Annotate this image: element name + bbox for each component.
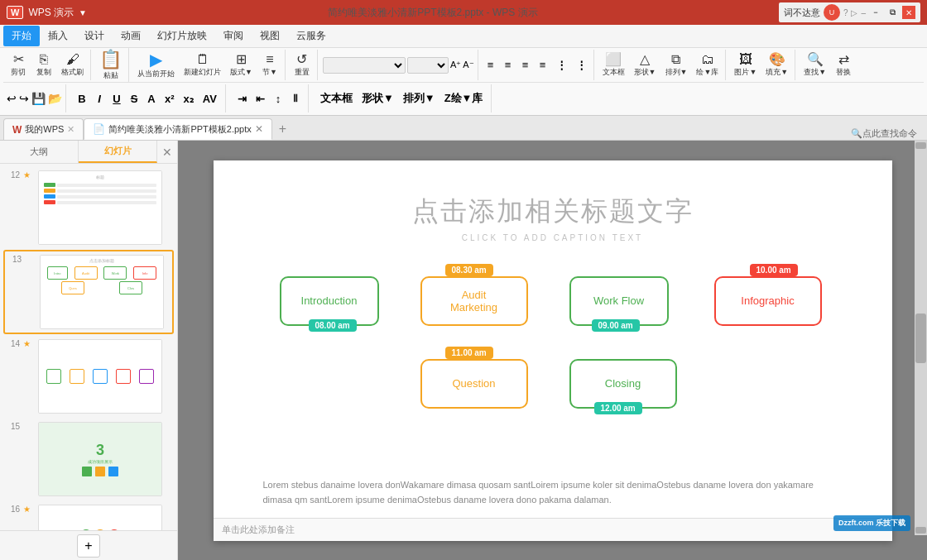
font-color-btn[interactable]: A xyxy=(144,91,159,107)
fill-btn[interactable]: 🎨 填充▼ xyxy=(762,51,791,79)
align-justify-btn[interactable]: ≡ xyxy=(536,57,550,73)
menu-animation[interactable]: 动画 xyxy=(113,26,149,46)
menu-start[interactable]: 开始 xyxy=(3,26,40,46)
redo-btn[interactable]: ↪ xyxy=(19,92,29,105)
slide-item-16[interactable]: 16 ★ xyxy=(3,501,174,530)
menu-cloud[interactable]: 云服务 xyxy=(288,26,334,46)
menu-insert[interactable]: 插入 xyxy=(40,26,76,46)
superscript-btn[interactable]: x² xyxy=(161,91,178,107)
tab-file-close-btn[interactable]: ✕ xyxy=(255,123,263,135)
slide-area: 点击添加相关标题文字 CLICK TO ADD CAPTION TEXT Int… xyxy=(178,141,927,560)
format-painter-btn[interactable]: 🖌 格式刷 xyxy=(58,51,87,79)
reset-btn[interactable]: ↺ 重置 xyxy=(291,51,314,79)
replace-btn[interactable]: ⇄ 替换 xyxy=(832,51,855,79)
tab-mywps[interactable]: W 我的WPS ✕ xyxy=(3,118,84,140)
decrease-indent-btn[interactable]: ⇤ xyxy=(252,91,268,107)
vertical-scrollbar[interactable] xyxy=(915,141,927,535)
arrange-btn[interactable]: ⧉ 排列▼ xyxy=(662,51,691,79)
closing-time-tag: 12.00 am xyxy=(594,402,642,414)
copy-btn[interactable]: ⎘ 复制 xyxy=(32,51,55,79)
text-box2-btn[interactable]: 文本框 xyxy=(317,89,356,108)
bullets-btn[interactable]: ⋮ xyxy=(573,57,590,73)
strikethrough-btn[interactable]: S xyxy=(127,91,142,107)
arrange2-btn[interactable]: 排列▼ xyxy=(400,89,439,108)
question-box[interactable]: Question xyxy=(420,359,528,409)
font-size-increase-btn[interactable]: A⁺ xyxy=(450,60,461,70)
image-btn[interactable]: 🖼 图片▼ xyxy=(731,51,760,79)
tab-bar: W 我的WPS ✕ 📄 简约唯美淡雅小清新PPT模板2.pptx ✕ + 🔍 点… xyxy=(0,116,927,141)
menu-view[interactable]: 视图 xyxy=(252,26,288,46)
layout-btn[interactable]: ⊞ 版式▼ xyxy=(227,51,256,79)
gallery-btn[interactable]: 🗂 绘▼库 xyxy=(693,51,722,79)
shapes-btn[interactable]: △ 形状▼ xyxy=(631,51,660,79)
slide-description: Lorem stebus danaime lovera donWakamare … xyxy=(263,478,843,507)
align-center-btn[interactable]: ≡ xyxy=(501,57,516,73)
slide-thumb-15: 3 成功项目展示 xyxy=(38,422,162,496)
scissors-label: 剪切 xyxy=(11,67,26,78)
closing-box[interactable]: Closing xyxy=(569,359,677,409)
sidebar-tab-outline[interactable]: 大纲 xyxy=(0,141,79,163)
align-left-btn[interactable]: ≡ xyxy=(483,57,498,73)
ribbon-row1: ✂ 剪切 ⎘ 复制 🖌 格式刷 📋 粘贴 ▶ 从当前开始 🗒 xyxy=(3,50,924,83)
restore-button[interactable]: ⧉ xyxy=(886,6,899,19)
undo-btn[interactable]: ↩ xyxy=(7,92,17,105)
textbox-btn[interactable]: ⬜ 文本框 xyxy=(599,51,628,79)
intro-box[interactable]: Introduction xyxy=(280,276,379,326)
audit-box[interactable]: AuditMarketing xyxy=(420,276,528,326)
menu-design[interactable]: 设计 xyxy=(76,26,113,46)
add-tab-btn[interactable]: + xyxy=(272,118,293,140)
menu-review[interactable]: 审阅 xyxy=(215,26,252,46)
shape2-btn[interactable]: 形状▼ xyxy=(358,89,397,108)
save-btn[interactable]: 💾 xyxy=(31,92,46,105)
dropdown-arrow[interactable]: ▼ xyxy=(79,8,87,17)
infographic-time-tag: 10.00 am xyxy=(750,264,798,276)
slide-star-13: ★ xyxy=(25,255,36,264)
increase-indent-btn[interactable]: ⇥ xyxy=(234,91,250,107)
font-size-decrease-btn[interactable]: A⁻ xyxy=(463,60,473,70)
underline-btn[interactable]: U xyxy=(109,91,124,107)
italic-btn[interactable]: I xyxy=(92,91,107,107)
slide-item-14[interactable]: 14 ★ xyxy=(3,336,174,417)
start-slideshow-btn[interactable]: ▶ 从当前开始 xyxy=(134,50,178,81)
bold-btn[interactable]: B xyxy=(74,91,89,107)
paste-btn[interactable]: 📋 粘贴 xyxy=(93,47,129,83)
draw2-btn[interactable]: Z绘▼库 xyxy=(441,89,487,108)
workflow-time-tag: 09.00 am xyxy=(592,319,640,332)
slide-title-sub[interactable]: CLICK TO ADD CAPTION TEXT xyxy=(214,233,892,242)
infographic-time-label: 10.00 am xyxy=(756,266,791,275)
slide-item-12[interactable]: 12 ★ 标题 xyxy=(3,167,174,248)
menu-slideshow[interactable]: 幻灯片放映 xyxy=(149,26,215,46)
user-button[interactable]: 词不达意 xyxy=(784,7,820,19)
slide-item-13[interactable]: 13 ★ 点击添加标题 Intro Audit Work Info Ques C… xyxy=(3,250,174,334)
minimize-button[interactable]: － xyxy=(869,6,882,19)
sidebar-tab-slides[interactable]: 幻灯片 xyxy=(79,141,157,163)
tab-search-placeholder[interactable]: 点此查找命令 xyxy=(862,127,917,140)
new-slide-btn[interactable]: 🗒 新建幻灯片 xyxy=(180,51,224,79)
subscript-btn[interactable]: x₂ xyxy=(180,91,197,107)
scissors-btn[interactable]: ✂ 剪切 xyxy=(7,51,30,79)
line-spacing-btn[interactable]: ↕ xyxy=(271,91,286,107)
workflow-box[interactable]: Work Flow xyxy=(569,276,669,326)
column-btn[interactable]: ⫴ xyxy=(288,90,303,107)
gallery-icon: 🗂 xyxy=(701,53,714,66)
new-slide-icon: 🗒 xyxy=(196,53,209,66)
find-btn[interactable]: 🔍 查找▼ xyxy=(800,51,829,79)
workflow-label: Work Flow xyxy=(593,294,644,307)
infographic-box[interactable]: Infographic xyxy=(714,276,822,326)
section-btn[interactable]: ≡ 节▼ xyxy=(258,51,281,79)
tab-file[interactable]: 📄 简约唯美淡雅小清新PPT模板2.pptx ✕ xyxy=(84,118,271,140)
font-size-select[interactable] xyxy=(407,57,449,74)
add-slide-btn[interactable]: + xyxy=(77,534,100,558)
align-right-btn[interactable]: ≡ xyxy=(518,57,533,73)
slide-item-15[interactable]: 15 ★ 3 成功项目展示 xyxy=(3,419,174,500)
char-spacing-btn[interactable]: AV xyxy=(199,91,220,107)
font-family-select[interactable] xyxy=(323,57,406,74)
undo-redo-group: ↩ ↪ 💾 📂 xyxy=(3,84,66,112)
slide-title-main[interactable]: 点击添加相关标题文字 xyxy=(214,194,892,230)
numbering-btn[interactable]: ⋮ xyxy=(553,57,570,73)
open-btn[interactable]: 📂 xyxy=(48,92,62,105)
slide-bottom-note[interactable]: 单击此处添加备注 xyxy=(214,518,892,541)
section-label: 节▼ xyxy=(262,67,277,78)
sidebar-close-btn[interactable]: ✕ xyxy=(157,141,177,163)
close-button[interactable]: ✕ xyxy=(902,6,915,19)
